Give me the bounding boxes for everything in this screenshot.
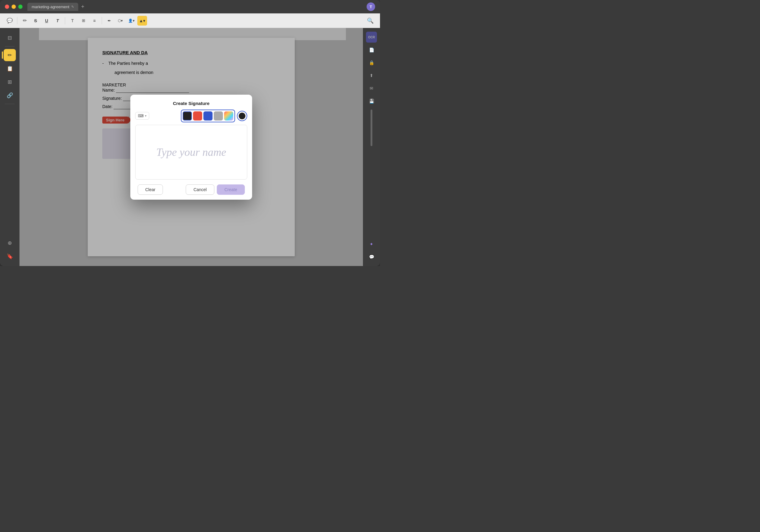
cancel-button[interactable]: Cancel [186, 184, 214, 195]
tab-area: marketing-agreement ✎ + [27, 3, 86, 11]
modal-overlay: Create Signature ⌨ ▾ [20, 28, 363, 266]
avatar: T [367, 2, 375, 11]
input-method-dropdown[interactable]: ⌨ ▾ [135, 112, 149, 120]
tab-title: marketing-agreement [32, 5, 70, 9]
shape-dropdown-icon[interactable]: ⬡▾ [116, 16, 125, 25]
create-signature-modal: Create Signature ⌨ ▾ [130, 95, 252, 200]
modal-footer: Clear Cancel Create [130, 180, 252, 200]
color-gray-swatch[interactable] [214, 111, 223, 120]
sidebar-bottom: ⊕ 🔖 [4, 237, 16, 262]
sidebar-separator-2 [5, 104, 15, 104]
toolbar-divider-2 [65, 17, 65, 24]
main-content: ⊟ ✏ 📋 ⊞ 🔗 ⊕ 🔖 SIGNATURE AND DA - [0, 28, 380, 266]
signature-placeholder: Type your name [156, 146, 226, 158]
align-icon[interactable]: ≡ [89, 16, 99, 25]
search-toolbar-icon[interactable]: 🔍 [365, 16, 375, 25]
text-toolbar-icon[interactable]: T [53, 16, 63, 25]
right-export-icon[interactable]: ⬆ [366, 70, 377, 81]
traffic-lights [5, 5, 23, 9]
highlight-toolbar-icon[interactable]: ✏ [20, 16, 29, 25]
sidebar-edit-icon[interactable]: ✏ [4, 49, 16, 61]
selected-color-fill [239, 112, 245, 119]
stamp-toolbar-icon[interactable]: ▲▾ [137, 16, 147, 25]
keyboard-icon: ⌨ [138, 113, 144, 118]
app-window: marketing-agreement ✎ + T 💬 ✏ S U T T ⊞ … [0, 0, 380, 266]
scrollbar[interactable] [370, 110, 372, 146]
color-blue-swatch[interactable] [203, 111, 213, 120]
modal-title: Create Signature [130, 95, 252, 110]
tab-edit-icon: ✎ [71, 5, 74, 9]
right-ai-icon[interactable]: ✦ [366, 239, 377, 249]
right-sidebar: OCR 📄 🔒 ⬆ ✉ 💾 ✦ 💬 [363, 28, 380, 266]
signature-canvas[interactable]: Type your name [135, 125, 247, 180]
sidebar-panel-icon[interactable]: ⊟ [4, 32, 16, 44]
maximize-button[interactable] [18, 5, 23, 9]
sidebar-pages-icon[interactable]: ⊞ [4, 76, 16, 88]
titlebar: marketing-agreement ✎ + T [0, 0, 380, 13]
document-area[interactable]: SIGNATURE AND DA - The Parties hereby a … [20, 28, 363, 266]
selected-color-circle[interactable] [237, 111, 247, 121]
color-controls [181, 110, 247, 122]
underline-toolbar-icon[interactable]: U [42, 16, 51, 25]
right-storage-icon[interactable]: 💾 [366, 96, 377, 107]
new-tab-button[interactable]: + [79, 4, 86, 10]
comment-toolbar-icon[interactable]: 💬 [5, 16, 15, 25]
footer-right-buttons: Cancel Create [186, 184, 245, 195]
minimize-button[interactable] [12, 5, 16, 9]
color-black-swatch[interactable] [183, 111, 192, 120]
right-chat-icon[interactable]: 💬 [366, 251, 377, 262]
sidebar-separator-1 [5, 46, 15, 47]
strikethrough-toolbar-icon[interactable]: S [31, 16, 40, 25]
create-button[interactable]: Create [217, 184, 245, 195]
clear-button[interactable]: Clear [138, 184, 163, 195]
signature-dropdown-icon[interactable]: 👤▾ [126, 16, 136, 25]
color-red-swatch[interactable] [193, 111, 202, 120]
close-button[interactable] [5, 5, 9, 9]
toolbar-divider-3 [102, 17, 102, 24]
right-sidebar-bottom: ✦ 💬 [366, 239, 377, 262]
text-insert-icon[interactable]: T [68, 16, 77, 25]
modal-toolbar: ⌨ ▾ [130, 110, 252, 125]
pen-toolbar-icon[interactable]: ✒ [105, 16, 114, 25]
color-rainbow-swatch[interactable] [224, 111, 233, 120]
active-indicator [2, 51, 3, 59]
sidebar-link-icon[interactable]: 🔗 [4, 89, 16, 101]
right-ocr-icon[interactable]: OCR [366, 32, 377, 43]
toolbar: 💬 ✏ S U T T ⊞ ≡ ✒ ⬡▾ 👤▾ ▲▾ 🔍 [0, 13, 380, 28]
right-lock-icon[interactable]: 🔒 [366, 57, 377, 68]
text-box-icon[interactable]: ⊞ [78, 16, 88, 25]
sidebar-form-icon[interactable]: 📋 [4, 63, 16, 74]
sidebar-bookmark-icon[interactable]: 🔖 [4, 250, 16, 262]
left-sidebar: ⊟ ✏ 📋 ⊞ 🔗 ⊕ 🔖 [0, 28, 20, 266]
right-page-icon[interactable]: 📄 [366, 44, 377, 55]
dropdown-arrow-icon: ▾ [145, 114, 146, 117]
right-mail-icon[interactable]: ✉ [366, 83, 377, 94]
color-picker-dropdown [181, 110, 235, 122]
sidebar-layers-icon[interactable]: ⊕ [4, 237, 16, 249]
document-tab[interactable]: marketing-agreement ✎ [27, 3, 78, 11]
